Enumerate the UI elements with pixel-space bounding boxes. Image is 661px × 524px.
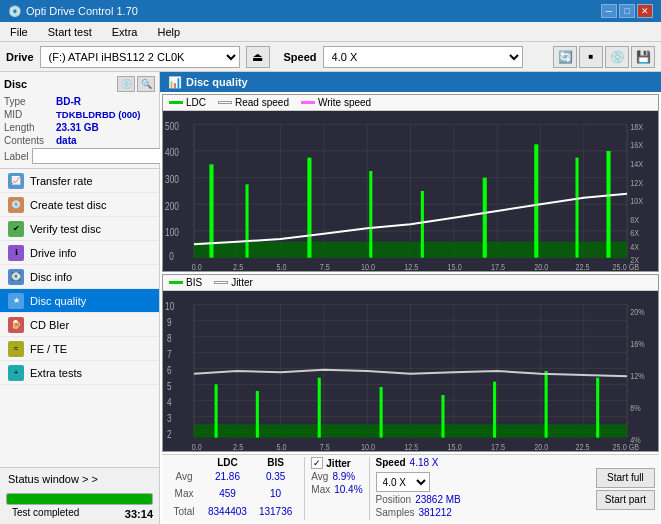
menu-file[interactable]: File: [4, 24, 34, 40]
progress-bar-inner: [7, 494, 152, 504]
stats-table: LDC BIS Avg 21.86 0.35 Max 459: [166, 457, 298, 520]
nav-disc-quality-label: Disc quality: [30, 295, 86, 307]
disc-mid-value: TDKBLDRBD (000): [56, 109, 140, 120]
stats-max-label: Max: [166, 485, 202, 502]
nav-cd-bier[interactable]: 🍺 CD BIer: [0, 313, 159, 337]
samples-label: Samples: [376, 507, 415, 518]
disc-label-input[interactable]: [32, 148, 165, 164]
samples-row: Samples 381212: [376, 507, 461, 518]
chart2-legend: BIS Jitter: [163, 275, 658, 291]
speed-value: 4.18 X: [410, 457, 439, 468]
minimize-button[interactable]: ─: [601, 4, 617, 18]
svg-text:200: 200: [165, 200, 179, 212]
jitter-max-value: 10.4%: [334, 484, 362, 495]
svg-text:8%: 8%: [630, 402, 641, 413]
maximize-button[interactable]: □: [619, 4, 635, 18]
svg-text:16%: 16%: [630, 338, 645, 349]
stop-button[interactable]: ■: [579, 46, 603, 68]
svg-text:2.5: 2.5: [233, 261, 243, 271]
app-title: Opti Drive Control 1.70: [26, 5, 138, 17]
menu-start-test[interactable]: Start test: [42, 24, 98, 40]
chart2-svg: 10 9 8 7 6 5 4 3 2 20% 16% 12% 8%: [163, 291, 658, 451]
svg-text:2.5: 2.5: [233, 441, 243, 451]
save-button[interactable]: 💾: [631, 46, 655, 68]
main-layout: Disc 💿 🔍 Type BD-R MID TDKBLDRBD (000) L…: [0, 72, 661, 524]
menu-help[interactable]: Help: [151, 24, 186, 40]
svg-text:4X: 4X: [630, 241, 639, 252]
chart2-container: BIS Jitter: [162, 274, 659, 452]
disc-icon-btn1[interactable]: 💿: [117, 76, 135, 92]
status-window-button[interactable]: Status window > >: [0, 467, 159, 489]
disc-button[interactable]: 💿: [605, 46, 629, 68]
svg-text:17.5: 17.5: [491, 261, 505, 271]
stats-ldc-avg: 21.86: [202, 468, 253, 485]
svg-text:22.5: 22.5: [576, 261, 590, 271]
svg-text:5: 5: [167, 380, 172, 392]
extra-tests-icon: +: [8, 365, 24, 381]
position-value: 23862 MB: [415, 494, 461, 505]
jitter-avg-label: Avg: [311, 471, 328, 482]
jitter-header-row: Jitter: [311, 457, 362, 469]
disc-icon-btn2[interactable]: 🔍: [137, 76, 155, 92]
stats-avg-label: Avg: [166, 468, 202, 485]
start-part-button[interactable]: Start part: [596, 490, 655, 510]
nav-create-test-disc-label: Create test disc: [30, 199, 106, 211]
svg-text:20%: 20%: [630, 306, 645, 317]
nav-disc-info[interactable]: 💽 Disc info: [0, 265, 159, 289]
speed-dropdown[interactable]: 4.0 X: [376, 472, 430, 492]
transfer-rate-icon: 📈: [8, 173, 24, 189]
legend-jitter: Jitter: [214, 277, 253, 288]
disc-length-value: 23.31 GB: [56, 122, 99, 133]
fe-te-icon: ≈: [8, 341, 24, 357]
jitter-max-label: Max: [311, 484, 330, 495]
nav-extra-tests-label: Extra tests: [30, 367, 82, 379]
jitter-avg-value: 8.9%: [332, 471, 355, 482]
drive-select[interactable]: (F:) ATAPI iHBS112 2 CL0K: [40, 46, 240, 68]
speed-header-label: Speed: [376, 457, 406, 468]
nav-fe-te-label: FE / TE: [30, 343, 67, 355]
svg-rect-24: [483, 178, 487, 258]
disc-contents-label: Contents: [4, 135, 56, 146]
nav-verify-test-disc[interactable]: ✔ Verify test disc: [0, 217, 159, 241]
legend-write-speed-label: Write speed: [318, 97, 371, 108]
disc-quality-icon: ★: [8, 293, 24, 309]
svg-rect-77: [256, 391, 259, 438]
nav-fe-te[interactable]: ≈ FE / TE: [0, 337, 159, 361]
nav-transfer-rate-label: Transfer rate: [30, 175, 93, 187]
svg-rect-83: [596, 378, 599, 438]
jitter-checkbox[interactable]: [311, 457, 323, 469]
menu-extra[interactable]: Extra: [106, 24, 144, 40]
titlebar-title: 💿 Opti Drive Control 1.70: [8, 5, 138, 18]
nav-transfer-rate[interactable]: 📈 Transfer rate: [0, 169, 159, 193]
disc-contents-value: data: [56, 135, 77, 146]
svg-text:25.0 GB: 25.0 GB: [613, 261, 640, 271]
app-icon: 💿: [8, 5, 22, 18]
refresh-button[interactable]: 🔄: [553, 46, 577, 68]
stats-bis-avg: 0.35: [253, 468, 298, 485]
nav-drive-info[interactable]: ℹ Drive info: [0, 241, 159, 265]
titlebar: 💿 Opti Drive Control 1.70 ─ □ ✕: [0, 0, 661, 22]
disc-mid-row: MID TDKBLDRBD (000): [4, 109, 155, 120]
titlebar-controls: ─ □ ✕: [601, 4, 653, 18]
svg-text:7.5: 7.5: [320, 261, 330, 271]
svg-text:7.5: 7.5: [320, 441, 330, 451]
jitter-avg-row: Avg 8.9%: [311, 471, 362, 482]
close-button[interactable]: ✕: [637, 4, 653, 18]
nav-extra-tests[interactable]: + Extra tests: [0, 361, 159, 385]
svg-text:2: 2: [167, 428, 172, 440]
disc-label-row: Label ✎: [4, 148, 155, 164]
svg-text:0: 0: [169, 250, 174, 262]
svg-text:17.5: 17.5: [491, 441, 505, 451]
svg-text:9: 9: [167, 316, 172, 328]
status-bar: Status window > > Test completed 33:14: [0, 467, 159, 524]
nav-disc-quality[interactable]: ★ Disc quality: [0, 289, 159, 313]
speed-label: Speed: [284, 51, 317, 63]
nav-create-test-disc[interactable]: 💿 Create test disc: [0, 193, 159, 217]
start-full-button[interactable]: Start full: [596, 468, 655, 488]
eject-button[interactable]: ⏏: [246, 46, 270, 68]
progress-bar-outer: [6, 493, 153, 505]
speed-select[interactable]: 4.0 X: [323, 46, 523, 68]
stats-bis-total: 131736: [253, 503, 298, 520]
svg-text:20.0: 20.0: [534, 441, 548, 451]
chart-header-title: Disc quality: [186, 76, 248, 88]
